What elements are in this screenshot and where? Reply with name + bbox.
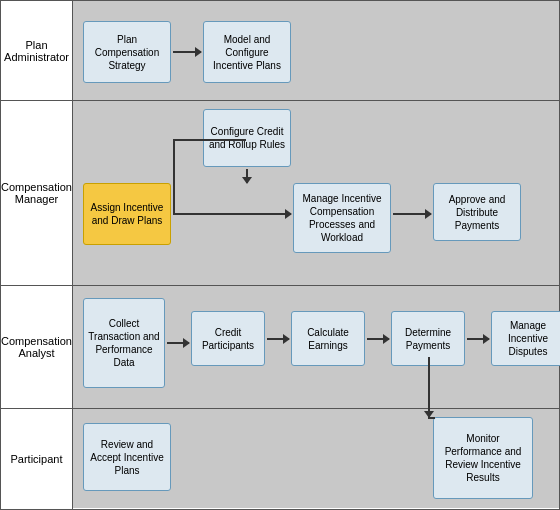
content-area: Plan Compensation Strategy Model and Con… bbox=[73, 1, 559, 509]
row-participant: Review and Accept Incentive Plans Monito… bbox=[73, 409, 559, 508]
arrow-configure-down bbox=[246, 169, 248, 183]
box-assign-incentive: Assign Incentive and Draw Plans bbox=[83, 183, 171, 245]
box-monitor-performance: Monitor Performance and Review Incentive… bbox=[433, 417, 533, 499]
arrow-determine-to-monitor bbox=[428, 357, 430, 417]
box-approve-distribute: Approve and Distribute Payments bbox=[433, 183, 521, 241]
box-review-accept: Review and Accept Incentive Plans bbox=[83, 423, 171, 491]
role-plan-admin: Plan Administrator bbox=[1, 1, 72, 101]
box-model-configure: Model and Configure Incentive Plans bbox=[203, 21, 291, 83]
box-plan-compensation: Plan Compensation Strategy bbox=[83, 21, 171, 83]
role-comp-analyst: Compensation Analyst bbox=[1, 286, 72, 409]
box-calculate-earnings: Calculate Earnings bbox=[291, 311, 365, 366]
box-credit-participants: Credit Participants bbox=[191, 311, 265, 366]
role-participant: Participant bbox=[1, 409, 72, 508]
box-manage-incentive-comp: Manage Incentive Compensation Processes … bbox=[293, 183, 391, 253]
arrow-manage-to-approve bbox=[393, 213, 431, 215]
box-manage-incentive-disputes: Manage Incentive Disputes bbox=[491, 311, 560, 366]
row-comp-analyst: Collect Transaction and Performance Data… bbox=[73, 286, 559, 409]
row-plan-admin: Plan Compensation Strategy Model and Con… bbox=[73, 1, 559, 101]
arrow-assign-to-manage bbox=[173, 213, 291, 215]
diagram-container: Plan Administrator Compensation Manager … bbox=[0, 0, 560, 510]
box-configure-credit: Configure Credit and Rollup Rules bbox=[203, 109, 291, 167]
box-collect-transaction: Collect Transaction and Performance Data bbox=[83, 298, 165, 388]
roles-column: Plan Administrator Compensation Manager … bbox=[1, 1, 73, 509]
role-comp-manager: Compensation Manager bbox=[1, 101, 72, 286]
row-comp-manager: Configure Credit and Rollup Rules Assign… bbox=[73, 101, 559, 286]
